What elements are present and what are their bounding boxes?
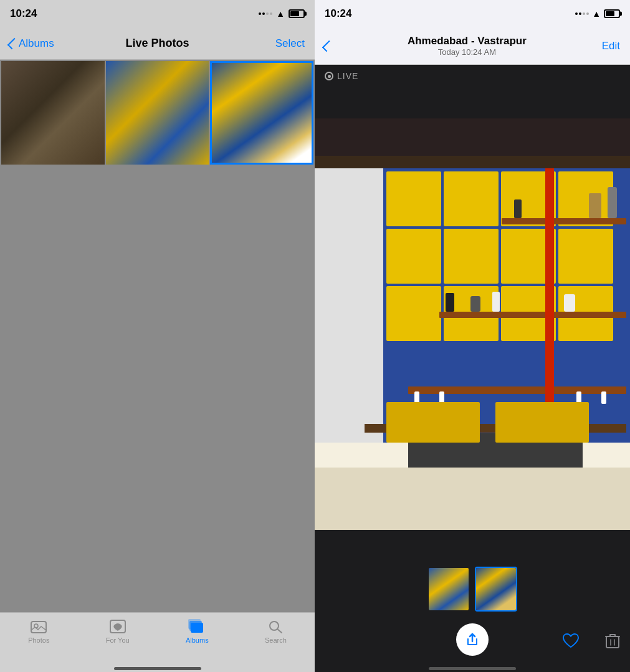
nav-bar-right: Ahmedabad - Vastrapur Today 10:24 AM Edi… (315, 27, 630, 65)
nav-bar-left: Albums Live Photos Select (0, 27, 315, 60)
home-bar-left (114, 667, 201, 670)
svg-rect-9 (315, 156, 630, 168)
signal-dot (586, 12, 589, 15)
svg-rect-25 (439, 312, 626, 318)
svg-rect-30 (608, 187, 617, 218)
svg-rect-13 (444, 171, 499, 226)
home-bar-right (429, 667, 516, 670)
tab-photos[interactable]: Photos (28, 619, 49, 644)
photo-thumb-2[interactable] (106, 61, 209, 165)
back-label-left: Albums (19, 37, 54, 50)
svg-rect-5 (188, 619, 201, 629)
status-bar-left: 10:24 ▲ (0, 0, 315, 27)
svg-rect-24 (502, 218, 626, 224)
trash-icon (605, 633, 620, 649)
photo-subtitle: Today 10:24 AM (438, 47, 496, 57)
signal-dot (259, 12, 261, 15)
svg-rect-33 (492, 292, 500, 312)
live-label: LIVE (337, 71, 358, 81)
battery-icon-left (289, 9, 305, 18)
live-dot (328, 75, 331, 78)
svg-rect-34 (564, 294, 575, 312)
signal-dots-right (575, 12, 589, 15)
signal-dot (270, 12, 272, 15)
svg-rect-31 (446, 293, 454, 312)
tab-albums[interactable]: Albums (186, 619, 209, 644)
main-photo-area[interactable] (315, 87, 630, 561)
select-button[interactable]: Select (275, 37, 305, 50)
strip-thumb-inner-2 (476, 568, 516, 610)
svg-rect-44 (495, 402, 589, 443)
share-button[interactable] (456, 623, 489, 656)
strip-thumb-inner-1 (429, 568, 469, 610)
signal-dot (262, 12, 265, 15)
albums-icon (188, 619, 206, 634)
svg-rect-28 (514, 199, 522, 218)
wifi-icon-left: ▲ (276, 9, 285, 19)
signal-dot (579, 12, 581, 15)
home-indicator-left (0, 667, 315, 672)
gray-fill-area (0, 166, 315, 612)
search-icon-tab (267, 619, 284, 634)
nav-bar-right-row: Ahmedabad - Vastrapur Today 10:24 AM Edi… (315, 35, 630, 57)
signal-dots-left (259, 12, 272, 15)
status-time-left: 10:24 (10, 7, 37, 20)
share-icon (465, 633, 479, 646)
svg-rect-0 (31, 622, 46, 633)
battery-fill-left (290, 11, 299, 16)
tab-bar-left: Photos For You Albums (0, 612, 315, 667)
edit-button[interactable]: Edit (602, 40, 620, 52)
nav-title-center: Ahmedabad - Vastrapur Today 10:24 AM (408, 35, 527, 57)
svg-rect-17 (444, 229, 499, 284)
svg-line-7 (277, 629, 282, 633)
home-indicator-right (315, 667, 630, 672)
right-panel: 10:24 ▲ Ahmedabad - Vastrapur Today 10:2… (315, 0, 630, 672)
photo-thumb-3[interactable] (210, 61, 313, 165)
status-bar-right: 10:24 ▲ (315, 0, 630, 27)
svg-rect-12 (386, 171, 441, 226)
chevron-left-icon (7, 37, 19, 49)
photo-title: Ahmedabad - Vastrapur (408, 35, 527, 47)
strip-thumb-2[interactable] (475, 567, 517, 612)
battery-icon-right (604, 9, 620, 18)
status-time-right: 10:24 (325, 7, 351, 20)
svg-rect-29 (589, 193, 601, 218)
signal-dot (266, 12, 269, 15)
svg-rect-42 (601, 391, 606, 404)
strip-thumb-1[interactable] (427, 567, 470, 612)
back-button-left[interactable]: Albums (10, 37, 54, 50)
tab-foryou-label: For You (106, 636, 130, 644)
svg-rect-16 (386, 229, 441, 284)
page-title-left: Live Photos (125, 37, 189, 50)
back-button-right[interactable] (325, 41, 332, 51)
photo-thumb-1[interactable] (1, 61, 105, 165)
status-icons-left: ▲ (259, 9, 305, 19)
tab-search-label: Search (265, 636, 287, 644)
chevron-left-icon-right (322, 40, 333, 51)
svg-rect-20 (386, 286, 441, 341)
favorite-button[interactable] (561, 632, 580, 652)
svg-rect-19 (558, 229, 613, 284)
tab-albums-label: Albums (186, 636, 209, 644)
heart-icon (561, 632, 580, 650)
live-circle-icon (325, 72, 333, 80)
status-icons-right: ▲ (575, 9, 620, 19)
tab-foryou[interactable]: For You (106, 619, 130, 644)
tab-photos-label: Photos (28, 636, 49, 644)
foryou-icon (109, 619, 126, 634)
svg-rect-38 (315, 468, 630, 530)
action-bar (315, 617, 630, 667)
svg-rect-43 (386, 402, 480, 443)
svg-rect-15 (558, 171, 613, 226)
wifi-icon-right: ▲ (592, 9, 601, 19)
svg-rect-27 (545, 168, 554, 405)
live-badge-bar: LIVE (315, 65, 630, 87)
battery-fill-right (606, 11, 614, 16)
photo-grid (0, 60, 315, 166)
left-panel: 10:24 ▲ Albums Live Photos Select (0, 0, 315, 672)
tab-search[interactable]: Search (265, 619, 287, 644)
signal-dot (575, 12, 578, 15)
delete-button[interactable] (605, 633, 620, 651)
thumbnail-strip (315, 561, 630, 617)
signal-dot (583, 12, 585, 15)
